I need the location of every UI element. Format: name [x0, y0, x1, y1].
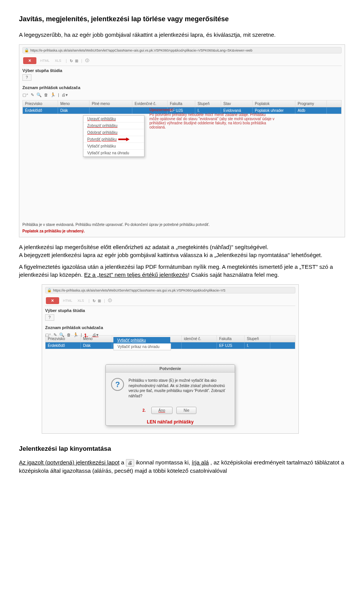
close-button[interactable]: × — [46, 297, 59, 304]
status-text: Prihláška je v stave evidovaná. Prihlášk… — [22, 223, 342, 227]
table-header: Priezvisko Meno Plné meno Evidenčné č. F… — [23, 100, 341, 107]
context-menu: Upraviť prihlášku Zobraziť prihlášku Odo… — [83, 115, 144, 157]
section-vyber-title-2: Výber stupňa štúdia — [45, 308, 295, 313]
url-bar-2: 🔒 https://e-prihlaska.ujs.sk/ais/servlet… — [45, 287, 295, 293]
refresh-icon[interactable]: ↻ — [70, 59, 73, 63]
warning-text: Po potvrdení prihlášky nebudete môcť men… — [149, 113, 275, 129]
refresh-icon[interactable]: ↻ — [93, 299, 96, 303]
zoom-icon[interactable]: 🔍 — [36, 93, 42, 97]
add-icon[interactable]: ▢⁺ — [22, 93, 28, 97]
xls-button[interactable]: XLS — [53, 58, 63, 63]
dropdown-item-print[interactable]: Vytlačiť prihlášku — [113, 337, 170, 343]
toolbar: × HTML XLS | ↻ ⊞ | ⓘ — [22, 56, 342, 66]
dialog-text: Prihlášku v tomto stave (E) je možné vyt… — [129, 378, 229, 398]
html-button[interactable]: HTML — [61, 298, 74, 303]
lock-icon: 🔒 — [47, 288, 52, 292]
tree-icon[interactable]: ⊞ — [98, 299, 101, 303]
info-icon[interactable]: ⓘ — [108, 298, 112, 303]
page-title: Javítás, megjelenítés, jelentkezési lap … — [19, 15, 345, 23]
red-arrow-icon — [118, 138, 130, 141]
close-button[interactable]: × — [23, 57, 36, 64]
xls-button[interactable]: XLS — [76, 298, 86, 303]
warning-title: Upozornenie! — [149, 108, 275, 112]
status-paid: Poplatok za prihlášku je uhradený. — [22, 229, 342, 233]
menu-view[interactable]: Zobraziť prihlášku — [83, 122, 144, 129]
url-text: https://e-prihlaska.ujs.sk/ais/servlets/… — [30, 49, 253, 52]
question-icon: ? — [111, 378, 124, 391]
info-icon[interactable]: ⓘ — [85, 58, 89, 63]
mid-paragraph-1: A jelentkezési lap megerősítése előtt el… — [19, 243, 345, 259]
lock-icon: 🔒 — [24, 48, 29, 52]
toolbar-2: × HTML XLS | ↻ ⊞ | ⓘ — [45, 296, 295, 306]
dialog-caption: LEN náhľad prihlášky — [106, 419, 235, 425]
intro-text: A legegyszerűbb, ha az egér jobb gombjáv… — [19, 31, 345, 39]
icon-row: ▢⁺ ✎ 🔍 🗑 🏃 | 🖨▾ — [22, 91, 342, 99]
tree-icon[interactable]: ⊞ — [75, 59, 78, 63]
yes-button[interactable]: Áno — [151, 407, 173, 414]
print-dropdown: Vytlačiť prihlášku Vytlačiť príkaz na úh… — [113, 337, 295, 350]
no-button[interactable]: Nie — [176, 407, 196, 414]
section-zoznam-title-2: Zoznam prihlášok uchádzača — [45, 325, 295, 330]
question-button-2[interactable]: ? — [45, 314, 54, 321]
screenshot-1: 🔒 https://e-prihlaska.ujs.sk/ais/servlet… — [19, 44, 345, 237]
warning-box: Upozornenie! Po potvrdení prihlášky nebu… — [149, 108, 275, 129]
url-bar: 🔒 https://e-prihlaska.ujs.sk/ais/servlet… — [22, 47, 342, 53]
mid-paragraph-2: A figyelmeztetés igazolása után a jelent… — [19, 263, 345, 279]
heading-print: Jelentkezési lap kinyomtatása — [19, 445, 345, 453]
question-button[interactable]: ? — [22, 74, 31, 81]
printer-icon: 🖨 — [126, 459, 134, 467]
dropdown-item-order[interactable]: Vytlačiť príkaz na úhradu — [113, 343, 171, 350]
screenshot-2: 🔒 https://e-prihlaska.ujs.sk/ais/servlet… — [42, 284, 299, 434]
edit-icon[interactable]: ✎ — [31, 93, 34, 97]
menu-confirm[interactable]: Potvrdiť prihlášku — [83, 136, 144, 143]
out-paragraph: Az igazolt (potvrdená) jelentkezési lapo… — [19, 458, 345, 475]
print-icon[interactable]: 🖨▾ — [61, 93, 68, 97]
annotation-2: 2. — [143, 408, 146, 412]
menu-print-order[interactable]: Vytlačiť príkaz na úhradu — [83, 150, 144, 157]
dialog-title: Potvrdenie — [106, 365, 235, 373]
html-button[interactable]: HTML — [39, 58, 51, 63]
menu-remove[interactable]: Odobrať prihlášku — [83, 129, 144, 136]
url-text-2: https://e-prihlaska.ujs.sk/ais/servlets/… — [53, 289, 226, 292]
section-zoznam-title: Zoznam prihlášok uchádzača — [22, 85, 342, 90]
menu-edit[interactable]: Upraviť prihlášku — [83, 116, 144, 122]
delete-icon[interactable]: 🗑 — [44, 93, 48, 97]
confirm-dialog: Potvrdenie ? Prihlášku v tomto stave (E)… — [105, 364, 235, 426]
menu-print[interactable]: Vytlačiť prihlášku — [83, 143, 144, 150]
user-icon[interactable]: 🏃 — [50, 93, 56, 97]
section-vyber-title: Výber stupňa štúdia — [22, 68, 342, 73]
